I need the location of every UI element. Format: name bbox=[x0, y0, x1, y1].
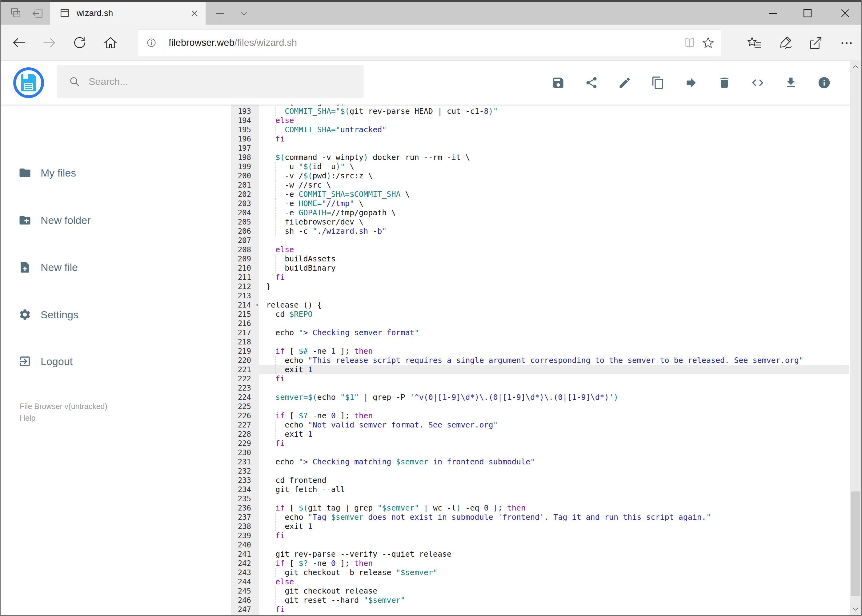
search-input[interactable] bbox=[89, 76, 341, 87]
code-line[interactable]: release () { bbox=[259, 300, 849, 310]
tab-preview-icon[interactable] bbox=[9, 6, 22, 20]
code-line[interactable]: sh -c "./wizard.sh -b" bbox=[259, 227, 849, 236]
download-button[interactable] bbox=[784, 76, 798, 90]
code-line[interactable]: cd $REPO bbox=[259, 310, 849, 319]
favorite-star-icon[interactable] bbox=[701, 36, 715, 50]
forward-button[interactable] bbox=[42, 35, 57, 50]
browser-tab-active[interactable]: wizard.sh bbox=[50, 2, 206, 25]
code-line[interactable]: -u "$(id -u)" \ bbox=[259, 162, 849, 171]
code-line[interactable]: -e COMMIT_SHA=$COMMIT_SHA \ bbox=[259, 190, 849, 199]
code-line[interactable]: COMMIT_SHA="untracked" bbox=[259, 125, 849, 134]
code-line[interactable] bbox=[259, 494, 849, 503]
code-line[interactable]: -e GOPATH=//tmp/gopath \ bbox=[259, 208, 849, 217]
code-line[interactable]: echo "Not valid semver format. See semve… bbox=[259, 420, 849, 430]
sidebar-item-settings[interactable]: Settings bbox=[1, 302, 231, 328]
url-text[interactable]: filebrowser.web/files/wizard.sh bbox=[169, 37, 682, 48]
share-button[interactable] bbox=[585, 76, 598, 90]
code-line[interactable] bbox=[259, 448, 849, 457]
scroll-up-icon[interactable] bbox=[850, 61, 861, 72]
sidebar-item-new-file[interactable]: New file bbox=[1, 254, 231, 280]
code-view-button[interactable] bbox=[751, 76, 764, 90]
minimize-button[interactable] bbox=[764, 6, 782, 21]
code-line[interactable]: cd frontend bbox=[259, 476, 849, 485]
code-line[interactable]: if [ $? -ne 0 ]; then bbox=[259, 559, 849, 568]
code-line[interactable]: git reset --hard "$semver" bbox=[259, 596, 849, 605]
set-tabs-aside-icon[interactable] bbox=[31, 6, 44, 20]
code-line[interactable] bbox=[259, 144, 849, 153]
code-line[interactable]: fi bbox=[259, 605, 849, 614]
code-line[interactable]: semver=$(echo "$1" | grep -P '^v(0|[1-9]… bbox=[259, 393, 849, 402]
search-box[interactable] bbox=[57, 65, 364, 98]
code-line[interactable]: filebrowser/dev \ bbox=[259, 217, 849, 227]
hub-favorites-icon[interactable] bbox=[747, 35, 762, 50]
site-info-icon[interactable] bbox=[144, 36, 159, 50]
editor-code[interactable]: if [ -d .git ]; then COMMIT_SHA="$(git r… bbox=[259, 105, 849, 615]
fold-marker-icon[interactable]: ▾ bbox=[256, 300, 258, 310]
delete-button[interactable] bbox=[718, 76, 731, 90]
new-tab-button[interactable] bbox=[213, 8, 227, 19]
code-line[interactable]: git checkout -b release "$semver" bbox=[259, 568, 849, 577]
code-line[interactable]: buildBinary bbox=[259, 264, 849, 273]
code-editor[interactable]: 1921931941951961971981992002012022032042… bbox=[231, 105, 849, 615]
code-line[interactable]: git rev-parse --verify --quiet release bbox=[259, 550, 849, 559]
code-line[interactable]: if [ $? -ne 0 ]; then bbox=[259, 411, 849, 420]
code-line[interactable]: -v /$(pwd):/src:z \ bbox=[259, 171, 849, 181]
code-line[interactable] bbox=[259, 337, 849, 347]
maximize-button[interactable] bbox=[799, 6, 816, 21]
code-line[interactable]: echo "Tag $semver does not exist in subm… bbox=[259, 513, 849, 522]
close-window-button[interactable] bbox=[837, 6, 854, 21]
code-line[interactable]: git fetch --all bbox=[259, 485, 849, 494]
code-line[interactable]: if [ $(git tag | grep "$semver" | wc -l)… bbox=[259, 503, 849, 513]
tab-close-icon[interactable] bbox=[188, 7, 201, 19]
page-scrollbar[interactable] bbox=[850, 61, 861, 615]
code-line[interactable]: git checkout release bbox=[259, 586, 849, 596]
code-line[interactable]: COMMIT_SHA="$(git rev-parse HEAD | cut -… bbox=[259, 107, 849, 116]
code-line[interactable]: echo "This release script requires a sin… bbox=[259, 356, 849, 365]
code-line[interactable]: echo "> Checking semver format" bbox=[259, 328, 849, 337]
info-button[interactable] bbox=[817, 76, 831, 90]
share-icon[interactable] bbox=[808, 35, 824, 50]
code-line[interactable]: else bbox=[259, 116, 849, 125]
sidebar-item-logout[interactable]: Logout bbox=[1, 348, 231, 375]
code-line[interactable]: } bbox=[259, 282, 849, 291]
code-line[interactable]: exit 1 bbox=[259, 430, 849, 439]
code-line[interactable]: exit 1 bbox=[259, 522, 849, 531]
code-line[interactable]: $(command -v winpty) docker run --rm -it… bbox=[259, 153, 849, 162]
code-line[interactable] bbox=[259, 236, 849, 245]
code-line[interactable]: fi bbox=[259, 134, 849, 144]
move-button[interactable] bbox=[684, 76, 698, 90]
filebrowser-logo-icon[interactable] bbox=[13, 68, 44, 98]
ink-note-icon[interactable] bbox=[777, 35, 793, 50]
code-line[interactable]: else bbox=[259, 245, 849, 255]
code-line[interactable]: -w //src \ bbox=[259, 181, 849, 190]
code-line[interactable] bbox=[259, 467, 849, 476]
back-button[interactable] bbox=[11, 35, 27, 50]
code-line[interactable]: if [ $# -ne 1 ]; then bbox=[259, 347, 849, 356]
refresh-button[interactable] bbox=[72, 35, 87, 50]
code-line[interactable]: fi bbox=[259, 531, 849, 541]
code-line[interactable]: exit 1 bbox=[259, 365, 849, 374]
code-line[interactable] bbox=[259, 383, 849, 393]
help-link[interactable]: Help bbox=[20, 412, 35, 424]
tab-list-chevron-icon[interactable] bbox=[237, 8, 251, 19]
copy-button[interactable] bbox=[651, 76, 665, 90]
code-line[interactable]: fi bbox=[259, 273, 849, 282]
code-line[interactable] bbox=[259, 291, 849, 300]
code-line[interactable]: echo "> Checking matching $semver in fro… bbox=[259, 457, 849, 467]
code-line[interactable]: else bbox=[259, 577, 849, 586]
sidebar-item-my-files[interactable]: My files bbox=[1, 160, 231, 186]
code-line[interactable] bbox=[259, 402, 849, 411]
address-bar[interactable]: filebrowser.web/files/wizard.sh bbox=[138, 30, 721, 56]
reading-view-icon[interactable] bbox=[682, 36, 697, 50]
save-button[interactable] bbox=[552, 76, 565, 90]
code-line[interactable]: -e HOME="//tmp" \ bbox=[259, 199, 849, 208]
home-button[interactable] bbox=[103, 35, 118, 50]
code-line[interactable]: if [ -d .git ]; then bbox=[259, 105, 849, 107]
code-line[interactable]: buildAssets bbox=[259, 255, 849, 264]
code-line[interactable]: fi bbox=[259, 439, 849, 448]
code-line[interactable] bbox=[259, 319, 849, 328]
code-line[interactable]: fi bbox=[259, 374, 849, 383]
code-line[interactable] bbox=[259, 541, 849, 550]
more-menu-icon[interactable] bbox=[839, 35, 854, 50]
sidebar-item-new-folder[interactable]: New folder bbox=[1, 207, 231, 233]
